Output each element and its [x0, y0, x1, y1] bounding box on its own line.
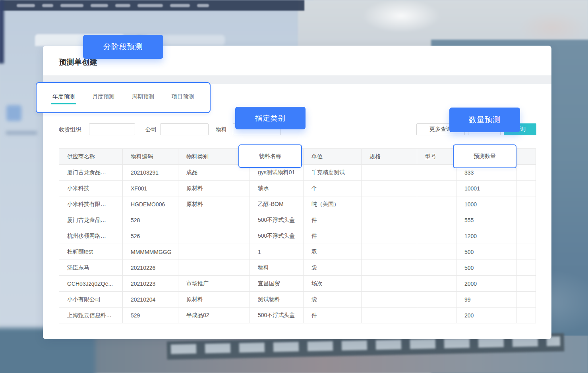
table-cell-4-4: 件: [304, 228, 362, 244]
bg-doc-blob: [6, 105, 21, 121]
table-row[interactable]: 小小有限公司20210204原材料测试物料袋99: [59, 292, 536, 308]
tab-highlight-box: 年度预测月度预测周期预测项目预测: [36, 82, 211, 113]
column-header-6: 型号: [417, 149, 456, 165]
bg-browser-menubar: [0, 0, 304, 11]
table-cell-6-1: 20210226: [123, 260, 178, 276]
table-cell-7-3: 宜昌国贸: [250, 276, 304, 292]
table-cell-1-1: XF001: [123, 181, 178, 196]
table-cell-3-7: 555: [456, 212, 517, 228]
table-cell-8-7: 99: [456, 292, 517, 308]
table-cell-8-4: 袋: [304, 292, 362, 308]
table-row[interactable]: 杭州移领网络…526500不浮式头盖件1200: [59, 228, 536, 244]
table-cell-3-4: 件: [304, 212, 362, 228]
table-cell-1-8: [517, 181, 536, 196]
callout-quantity-forecast: 数量预测: [449, 108, 520, 132]
table-row[interactable]: 小米科技XF001原材料轴承个10001: [59, 181, 536, 196]
company-label: 公司: [145, 126, 157, 133]
table-cell-8-8: [517, 292, 536, 308]
table-cell-1-2: 原材料: [178, 181, 250, 196]
table-cell-5-0: 杜昕颐test: [59, 244, 123, 260]
table-row[interactable]: GCHo3Jzq0ZQe...20210223市场推广宜昌国贸场次2000: [59, 276, 536, 292]
table-cell-9-5: [362, 308, 417, 323]
table-cell-4-6: [417, 228, 456, 244]
table-cell-2-2: 原材料: [178, 196, 250, 212]
table-cell-8-1: 20210204: [123, 292, 178, 308]
table-cell-4-5: [362, 228, 417, 244]
table-cell-5-6: [417, 244, 456, 260]
table-cell-5-2: [178, 244, 250, 260]
table-row[interactable]: 汤臣东马20210226物料袋500: [59, 260, 536, 276]
table-cell-6-3: 物料: [250, 260, 304, 276]
highlight-box-forecast-qty: 预测数量: [453, 144, 516, 168]
column-header-0: 供应商名称: [59, 149, 123, 165]
table-cell-5-4: 双: [304, 244, 362, 260]
table-cell-6-0: 汤臣东马: [59, 260, 123, 276]
table-cell-3-1: 528: [123, 212, 178, 228]
column-header-5: 规格: [362, 149, 417, 165]
table-cell-0-0: 厦门古龙食品…: [59, 165, 123, 181]
table-cell-0-6: [417, 165, 456, 181]
table-cell-4-7: 1200: [456, 228, 517, 244]
bg-screen-edge: [0, 0, 4, 63]
table-cell-5-5: [362, 244, 417, 260]
table-cell-1-0: 小米科技: [59, 181, 123, 196]
table-cell-6-8: [517, 260, 536, 276]
table-cell-3-6: [417, 212, 456, 228]
table-row[interactable]: 厦门古龙食品…528500不浮式头盖件555: [59, 212, 536, 228]
table-cell-9-1: 529: [123, 308, 178, 323]
table-cell-1-4: 个: [304, 181, 362, 196]
table-cell-6-2: [178, 260, 250, 276]
table-cell-3-2: [178, 212, 250, 228]
table-cell-7-5: [362, 276, 417, 292]
table-cell-3-8: [517, 212, 536, 228]
column-header-8: [517, 149, 536, 165]
table-cell-5-7: 500: [456, 244, 517, 260]
table-cell-1-5: [362, 181, 417, 196]
bg-doc-line: [6, 131, 37, 135]
table-cell-8-0: 小小有限公司: [59, 292, 123, 308]
tab-3[interactable]: 项目预测: [170, 91, 195, 104]
table-cell-1-3: 轴承: [250, 181, 304, 196]
table-cell-9-0: 上海甄云信息科…: [59, 308, 123, 323]
table-cell-4-3: 500不浮式头盖: [250, 228, 304, 244]
table-cell-3-5: [362, 212, 417, 228]
table-cell-1-7: 10001: [456, 181, 517, 196]
table-cell-4-0: 杭州移领网络…: [59, 228, 123, 244]
table-cell-9-4: 件: [304, 308, 362, 323]
tab-1[interactable]: 月度预测: [91, 91, 116, 104]
table-cell-9-3: 500不浮式头盖: [250, 308, 304, 323]
table-cell-9-8: [517, 308, 536, 323]
table-row[interactable]: 上海甄云信息科…529半成品02500不浮式头盖件200: [59, 308, 536, 323]
table-cell-9-7: 200: [456, 308, 517, 323]
callout-specify-category: 指定类别: [235, 107, 306, 129]
forecast-table: 供应商名称物料编码物料类别物料名称单位规格型号预测数量 厦门古龙食品…20210…: [59, 148, 536, 323]
table-cell-6-6: [417, 260, 456, 276]
table-cell-0-5: [362, 165, 417, 181]
table-cell-0-8: [517, 165, 536, 181]
table-row[interactable]: 小米科技有限…HGDEMO006原材料乙醇-BOM吨（美国）1000: [59, 196, 536, 212]
tab-0[interactable]: 年度预测: [51, 91, 76, 104]
table-cell-6-5: [362, 260, 417, 276]
table-cell-7-0: GCHo3Jzq0ZQe...: [59, 276, 123, 292]
table-cell-7-4: 场次: [304, 276, 362, 292]
table-cell-6-7: 500: [456, 260, 517, 276]
table-cell-2-4: 吨（美国）: [304, 196, 362, 212]
company-input[interactable]: [160, 123, 209, 135]
receiving-org-input[interactable]: [89, 123, 135, 135]
table-row[interactable]: 杜昕颐testMMMMMMGGG1双500: [59, 244, 536, 260]
table-cell-5-1: MMMMMMGGG: [123, 244, 178, 260]
tab-2[interactable]: 周期预测: [130, 91, 156, 104]
table-cell-5-8: [517, 244, 536, 260]
table-cell-2-8: [517, 196, 536, 212]
table-cell-2-0: 小米科技有限…: [59, 196, 123, 212]
table-cell-0-4: 千克精度测试: [304, 165, 362, 181]
receiving-org-label: 收货组织: [59, 126, 81, 133]
table-cell-7-1: 20210223: [123, 276, 178, 292]
column-header-4: 单位: [304, 149, 362, 165]
table-cell-9-2: 半成品02: [178, 308, 250, 323]
column-header-1: 物料编码: [123, 149, 178, 165]
table-cell-6-4: 袋: [304, 260, 362, 276]
material-label: 物料: [216, 126, 227, 133]
table-cell-1-6: [417, 181, 456, 196]
table-cell-8-3: 测试物料: [250, 292, 304, 308]
